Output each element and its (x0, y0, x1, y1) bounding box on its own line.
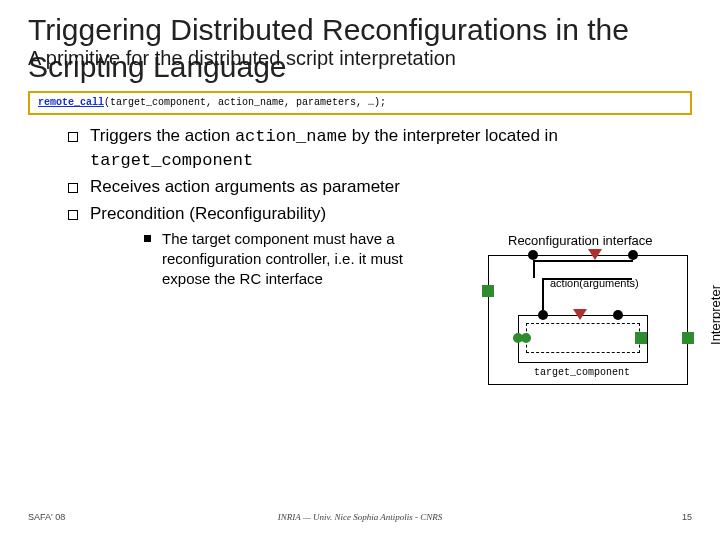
reconf-interface-label: Reconfiguration interface (508, 233, 653, 248)
footer-left: SAFA' 08 (28, 512, 65, 522)
content-box (526, 323, 640, 353)
target-component-label: target_component (534, 367, 630, 378)
bullet-1-mono-b: target_component (90, 151, 253, 170)
action-label: action(arguments) (550, 277, 639, 289)
bullet-1-text-a: Triggers the action (90, 126, 235, 145)
footer-page-number: 15 (682, 512, 692, 522)
connector-line (533, 260, 535, 278)
port-icon (573, 309, 587, 320)
slide-footer: SAFA' 08 INRIA — Univ. Nice Sophia Antip… (0, 512, 720, 522)
connector-line (542, 278, 544, 310)
port-icon (635, 332, 647, 344)
sub-bullet-1: The target component must have a reconfi… (144, 229, 444, 290)
interpreter-label: Interpreter (708, 285, 720, 345)
code-rest: (target_component, action_name, paramete… (104, 97, 386, 108)
port-icon (682, 332, 694, 344)
bullet-2: Receives action arguments as parameter (68, 176, 692, 198)
code-snippet: remote_call(target_component, action_nam… (28, 91, 692, 115)
diagram: Reconfiguration interface (468, 225, 698, 405)
bullet-1-mono-a: action_name (235, 127, 347, 146)
code-keyword: remote_call (38, 97, 104, 108)
port-icon (588, 249, 602, 260)
slide: Triggering Distributed Reconfigurations … (0, 0, 720, 540)
bullet-1: Triggers the action action_name by the i… (68, 125, 692, 172)
bullet-1-text-b: by the interpreter located in (347, 126, 558, 145)
slide-subtitle: A primitive for the distributed script i… (28, 47, 456, 70)
bullet-3-text: Precondition (Reconfigurability) (90, 204, 326, 223)
slide-body: Triggers the action action_name by the i… (28, 125, 692, 290)
port-icon (482, 285, 494, 297)
connector-line (533, 260, 633, 262)
footer-center: INRIA — Univ. Nice Sophia Antipolis - CN… (0, 512, 720, 522)
